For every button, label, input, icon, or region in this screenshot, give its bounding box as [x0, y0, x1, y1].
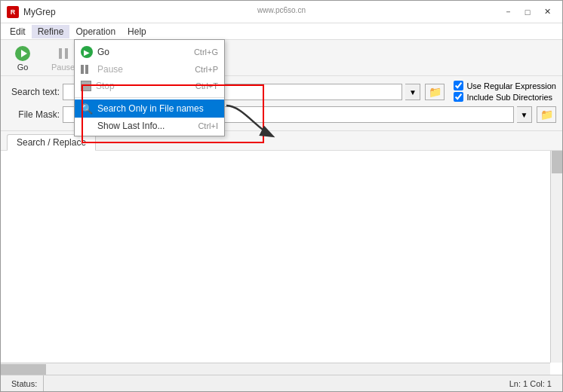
- stop-item-shortcut: Ctrl+T: [195, 81, 218, 90]
- scrollbar-horizontal[interactable]: [1, 363, 550, 375]
- show-last-info-label: Show Last Info...: [97, 121, 165, 131]
- title-buttons: － □ ✕: [499, 5, 556, 20]
- menu-pause-item[interactable]: Pause Ctrl+P: [75, 61, 224, 78]
- include-sub-label: Include Sub Directories: [466, 93, 552, 102]
- menu-search-filenames-item[interactable]: 🔍 Search Only in File names: [75, 100, 224, 118]
- menu-operation[interactable]: Operation: [69, 25, 122, 38]
- search-filenames-label: Search Only in File names: [97, 103, 204, 114]
- filemask-label: File Mask:: [7, 109, 60, 120]
- menu-help[interactable]: Help: [122, 25, 152, 38]
- scrollbar-thumb-h[interactable]: [1, 364, 46, 375]
- status-label: Status:: [11, 379, 37, 388]
- menu-stop-item[interactable]: Stop Ctrl+T: [75, 78, 224, 94]
- go-item-label: Go: [97, 47, 109, 57]
- title-bar: R MyGrep www.pc6so.cn － □ ✕: [1, 1, 562, 23]
- svg-rect-2: [59, 48, 62, 59]
- menu-show-last-info-left: Show Last Info...: [81, 121, 165, 131]
- go-item-shortcut: Ctrl+G: [194, 47, 218, 57]
- window-title: MyGrep: [23, 7, 56, 17]
- include-sub-row: Include Sub Directories: [454, 92, 556, 102]
- stop-item-icon: [81, 81, 91, 91]
- close-button[interactable]: ✕: [538, 5, 556, 20]
- menu-go-item[interactable]: ▶ Go Ctrl+G: [75, 43, 224, 61]
- scrollbar-thumb-v[interactable]: [552, 151, 562, 173]
- watermark: www.pc6so.cn: [257, 6, 306, 14]
- pause-item-icon: [81, 64, 93, 75]
- dropdown-section-2: 🔍 Search Only in File names Show Last In…: [75, 98, 224, 136]
- menu-stop-item-left: Stop: [81, 81, 115, 91]
- maximize-button[interactable]: □: [518, 5, 537, 20]
- menu-edit[interactable]: Edit: [4, 25, 32, 38]
- menu-refine[interactable]: Refine: [32, 25, 70, 38]
- include-sub-checkbox[interactable]: [454, 92, 463, 102]
- main-content: [1, 151, 562, 375]
- use-regex-row: Use Regular Expression: [454, 81, 556, 90]
- search-filenames-icon: 🔍: [81, 103, 93, 115]
- tab-search-replace[interactable]: Search / Replace: [7, 134, 96, 151]
- show-last-info-shortcut: Ctrl+I: [198, 121, 218, 130]
- menu-search-filenames-left: 🔍 Search Only in File names: [81, 103, 204, 115]
- main-window: R MyGrep www.pc6so.cn － □ ✕ Edit Refine …: [0, 0, 563, 392]
- menu-show-last-info-item[interactable]: Show Last Info... Ctrl+I: [75, 118, 224, 134]
- scrollbar-vertical[interactable]: [550, 151, 562, 363]
- stop-item-label: Stop: [96, 81, 115, 91]
- operation-dropdown-menu: ▶ Go Ctrl+G Pause Ctrl+P: [74, 39, 225, 136]
- app-icon: R: [7, 6, 19, 18]
- pause-icon: [54, 44, 72, 63]
- use-regex-label: Use Regular Expression: [466, 81, 556, 90]
- dropdown-section-1: ▶ Go Ctrl+G Pause Ctrl+P: [75, 40, 224, 98]
- svg-rect-6: [82, 81, 91, 90]
- ln-col-section: Ln: 1 Col: 1: [503, 375, 558, 391]
- search-text-folder[interactable]: 📁: [425, 84, 445, 100]
- go-item-icon: ▶: [81, 46, 93, 58]
- search-text-dropdown[interactable]: ▼: [405, 84, 420, 100]
- search-text-label: Search text:: [7, 87, 60, 97]
- menu-pause-item-left: Pause: [81, 64, 123, 75]
- checkboxes: Use Regular Expression Include Sub Direc…: [454, 81, 556, 103]
- pause-label: Pause: [51, 63, 75, 72]
- use-regex-checkbox[interactable]: [454, 81, 463, 90]
- folder-icon: 📁: [429, 86, 441, 98]
- filemask-dropdown[interactable]: ▼: [517, 106, 532, 123]
- go-icon: [14, 44, 32, 63]
- menu-go-item-left: ▶ Go: [81, 46, 109, 58]
- pause-item-label: Pause: [97, 64, 123, 75]
- ln-col: Ln: 1 Col: 1: [509, 379, 552, 388]
- go-label: Go: [17, 63, 29, 72]
- pause-item-shortcut: Ctrl+P: [195, 65, 218, 74]
- minimize-button[interactable]: －: [499, 5, 517, 20]
- folder-icon-2: 📁: [540, 109, 553, 121]
- svg-rect-3: [65, 48, 68, 59]
- filemask-folder[interactable]: 📁: [537, 106, 556, 123]
- go-button[interactable]: Go: [7, 42, 38, 74]
- status-label-section: Status:: [5, 375, 44, 391]
- menubar: Edit Refine Operation Help: [1, 23, 562, 40]
- title-bar-left: R MyGrep: [7, 6, 56, 18]
- status-bar: Status: Ln: 1 Col: 1: [1, 375, 562, 391]
